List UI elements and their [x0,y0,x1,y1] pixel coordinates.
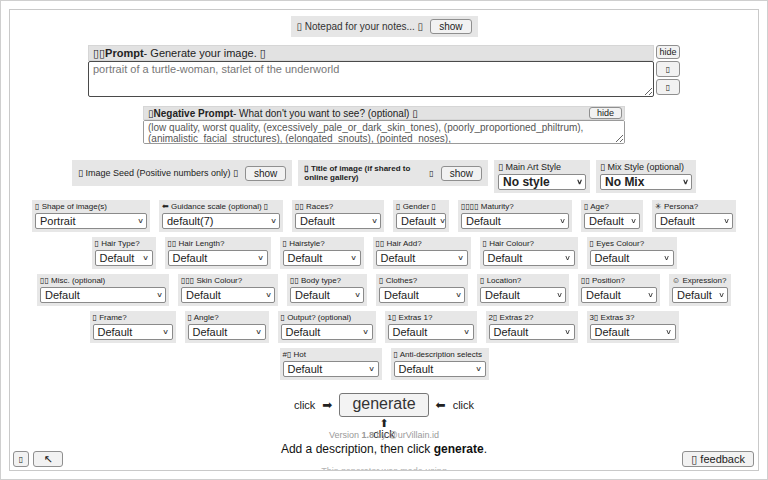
prompt-textarea[interactable]: portrait of a turtle-woman, starlet of t… [88,61,654,97]
extras-2-value: Default [494,326,529,338]
clothes-select[interactable]: Default∨ [379,287,465,303]
races-select[interactable]: Default∨ [295,213,381,229]
gender-select[interactable]: Default∨ [396,213,446,229]
anti-description-select[interactable]: Default∨ [394,361,486,377]
chevron-down-icon: ∨ [163,328,170,336]
output-select[interactable]: Default∨ [281,324,373,340]
hair-type-label: ▯ Hair Type? [95,239,153,248]
expression-value: Default [677,289,712,301]
mix-style-select[interactable]: No Mix ∨ [600,174,692,190]
field-persona: ✳ Persona?Default∨ [652,200,736,232]
extras-2-select[interactable]: Default∨ [489,324,575,340]
position-select[interactable]: Default∨ [581,287,657,303]
misc-select[interactable]: Default∨ [40,287,166,303]
arrow-top-left-button[interactable]: ↖ [33,451,63,467]
misc-value: Default [45,289,80,301]
generate-button[interactable]: generate [339,393,428,417]
misc-label: ▯▯ Misc. (optional) [40,276,166,285]
field-extras-3: 3▯ Extras 3?Default∨ [587,311,679,343]
main-art-style-select[interactable]: No style ∨ [498,174,586,190]
age-select[interactable]: Default∨ [584,213,640,229]
angle-value: Default [193,326,228,338]
hot-label: #▯ Hot [283,350,379,359]
chevron-down-icon: ∨ [351,254,358,262]
notepad-show-button[interactable]: show [430,19,471,34]
position-label: ▯▯ Position? [581,276,657,285]
chevron-down-icon: ∨ [363,328,370,336]
option-row-3: ▯▯ Misc. (optional)Default∨▯▯▯ Skin Colo… [10,274,758,306]
eyes-colour-select[interactable]: Default∨ [590,250,674,266]
field-skin-colour: ▯▯▯ Skin Colour?Default∨ [178,274,278,306]
negative-prompt-hide-button[interactable]: hide [589,107,622,119]
field-position: ▯▯ Position?Default∨ [578,274,660,306]
guidance-scale-label: ⬅ Guidance scale (optional) ▯ [162,202,280,211]
hair-colour-select[interactable]: Default∨ [483,250,575,266]
hair-type-select[interactable]: Default∨ [95,250,153,266]
extras-3-label: 3▯ Extras 3? [590,313,676,322]
field-location: ▯ Location?Default∨ [477,274,569,306]
field-hair-type: ▯ Hair Type?Default∨ [92,237,156,269]
gender-label: ▯ Gender ▯ [396,202,446,211]
shape-of-images-select[interactable]: Portrait∨ [35,213,147,229]
extras-3-value: Default [595,326,630,338]
image-seed-show-button[interactable]: show [245,166,286,181]
clothes-label: ▯ Clothes? [379,276,465,285]
main-art-style-value: No style [503,175,550,189]
chevron-down-icon: ∨ [371,217,378,225]
feedback-button[interactable]: ▯ feedback [682,451,754,467]
location-value: Default [485,289,520,301]
box-glyph-icon: ▯ [666,65,670,74]
hot-select[interactable]: Default∨ [283,361,379,377]
main-art-style-group: ▯ Main Art Style No style ∨ [494,160,590,193]
chevron-down-icon: ∨ [464,328,471,336]
bottom-left-buttons: ▯ ↖ [13,451,63,467]
angle-select[interactable]: Default∨ [188,324,266,340]
negative-prompt-textarea[interactable]: (low quality, worst quality, (excessivel… [143,120,625,144]
location-label: ▯ Location? [480,276,566,285]
negative-prompt-title: Negative Prompt [154,108,233,119]
field-hairstyle: ▯ Hairstyle?Default∨ [280,237,364,269]
hair-length-select[interactable]: Default∨ [168,250,268,266]
hairstyle-label: ▯ Hairstyle? [283,239,361,248]
field-guidance-scale: ⬅ Guidance scale (optional) ▯default(7)∨ [159,200,283,232]
field-frame: ▯ Frame?Default∨ [90,311,176,343]
skin-colour-select[interactable]: Default∨ [181,287,275,303]
image-seed-label: ▯ Image Seed (Positive numbers only) ▯ [78,168,238,178]
box-glyph-icon: ▯ [666,83,670,92]
mix-style-label: ▯ Mix Style (optional) [600,162,692,172]
age-label: ▯ Age? [584,202,640,211]
hair-add-label: ▯▯ Hair Add? [376,239,468,248]
hairstyle-select[interactable]: Default∨ [283,250,361,266]
image-title-show-button[interactable]: show [441,166,482,181]
prompt-tool-button-1[interactable]: ▯ [656,61,680,77]
description-hint: Add a description, then click generate. [10,442,758,456]
chevron-down-icon: ∨ [718,291,725,299]
frame-select[interactable]: Default∨ [93,324,173,340]
field-output: ▯ Output? (optional)Default∨ [278,311,376,343]
desc-prefix: Add a description, then click [281,442,434,456]
frame-label: ▯ Frame? [93,313,173,322]
location-select[interactable]: Default∨ [480,287,566,303]
chevron-down-icon: ∨ [556,291,563,299]
prompt-tool-button-2[interactable]: ▯ [656,79,680,95]
chevron-down-icon: ∨ [265,291,272,299]
hair-colour-value: Default [488,252,523,264]
desc-bold: generate [434,442,484,456]
arrow-right-icon: ➡ [322,398,332,412]
field-misc: ▯▯ Misc. (optional)Default∨ [37,274,169,306]
prompt-hide-button[interactable]: hide [656,45,680,59]
extras-3-select[interactable]: Default∨ [590,324,676,340]
frame-value: Default [98,326,133,338]
body-type-select[interactable]: Default∨ [290,287,364,303]
chevron-down-icon: ∨ [369,365,376,373]
hair-add-select[interactable]: Default∨ [376,250,468,266]
expression-select[interactable]: Default∨ [672,287,728,303]
extras-1-select[interactable]: Default∨ [388,324,474,340]
chevron-down-icon: ∨ [137,217,144,225]
persona-select[interactable]: Default∨ [655,213,733,229]
maturity-select[interactable]: Default∨ [461,213,569,229]
box-glyph-button[interactable]: ▯ [13,451,29,467]
negative-prompt-header: ▯ Negative Prompt - What don't you want … [143,106,625,120]
guidance-scale-select[interactable]: default(7)∨ [162,213,280,229]
chevron-down-icon: ∨ [458,254,465,262]
